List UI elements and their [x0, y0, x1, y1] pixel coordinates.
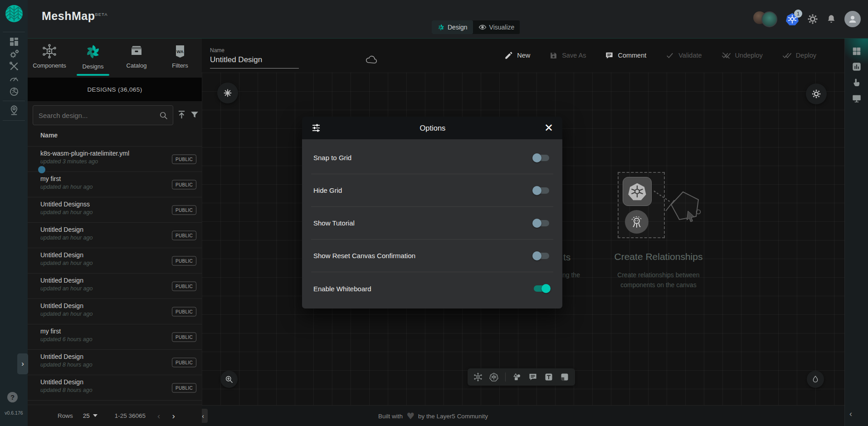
- column-header-name: Name: [40, 132, 58, 139]
- panel-tabs: Components Designs Catalog: [28, 38, 202, 78]
- visibility-badge: PUBLIC: [172, 383, 196, 392]
- search-icon: [159, 111, 173, 120]
- active-tab-underline: [77, 74, 109, 76]
- meshery-logo-icon[interactable]: [5, 5, 23, 23]
- tab-filters[interactable]: WA Filters: [158, 38, 202, 78]
- media-tool-icon[interactable]: [560, 372, 569, 382]
- user-profile-avatar[interactable]: [844, 11, 861, 27]
- notifications-bell-icon[interactable]: [826, 14, 836, 24]
- meshery-operator-tile: [625, 210, 649, 234]
- settings-gear-icon[interactable]: [807, 14, 818, 24]
- canvas-tools-toolbar: [468, 368, 575, 386]
- tab-components[interactable]: Components: [28, 38, 71, 78]
- dashboard-icon[interactable]: [9, 36, 20, 47]
- design-list-item[interactable]: Untitled Design updated an hour ago PUBL…: [28, 299, 202, 324]
- design-list-item[interactable]: Untitled Designss updated an hour ago PU…: [28, 197, 202, 223]
- option-toggle[interactable]: [534, 253, 549, 259]
- catalog-icon: [129, 44, 144, 59]
- pagination-bar: Rows 25 1-25 36065 ‹ ›: [28, 405, 202, 426]
- design-list-item[interactable]: Untitled Design updated 8 hours ago PUBL…: [28, 375, 202, 401]
- text-tool-icon[interactable]: [544, 372, 553, 382]
- header-actions: 1: [753, 0, 868, 38]
- tab-visualize[interactable]: Visualize: [473, 20, 520, 34]
- option-row: Enable Whiteboard: [311, 272, 553, 305]
- design-list-item[interactable]: Untitled Design updated an hour ago PUBL…: [28, 248, 202, 274]
- next-page-button[interactable]: ›: [172, 411, 175, 420]
- validate-button[interactable]: Validate: [665, 51, 702, 60]
- search-design-input[interactable]: [33, 112, 159, 119]
- panel-expand-handle[interactable]: ›: [17, 353, 28, 374]
- svg-text:WA: WA: [176, 49, 183, 54]
- heart-icon: ♥: [406, 411, 414, 421]
- eye-icon: [478, 23, 487, 31]
- visibility-badge: PUBLIC: [172, 357, 196, 367]
- tools-icon[interactable]: [9, 61, 20, 72]
- toolbar-divider: [505, 372, 506, 382]
- lifecycle-gears-icon[interactable]: [9, 49, 20, 59]
- add-component-icon[interactable]: [473, 372, 483, 382]
- visibility-badge: PUBLIC: [172, 256, 196, 265]
- design-name-input[interactable]: [210, 55, 299, 69]
- service-mesh-pie-icon[interactable]: [9, 86, 20, 97]
- deploy-button[interactable]: Deploy: [782, 51, 816, 60]
- performance-gauge-icon[interactable]: [9, 73, 20, 84]
- designs-count-header: DESIGNS (36,065): [28, 78, 202, 101]
- app-version: v0.6.176: [0, 410, 28, 416]
- previous-page-button[interactable]: ‹: [157, 411, 160, 420]
- dock-display-icon[interactable]: [852, 93, 862, 103]
- option-row: Show Tutorial: [311, 207, 553, 240]
- designs-panel: Components Designs Catalog: [28, 38, 202, 426]
- canvas-settings-button[interactable]: [806, 83, 827, 104]
- design-list-item[interactable]: Untitled Design updated an hour ago PUBL…: [28, 223, 202, 248]
- dock-dashboard-icon[interactable]: [852, 46, 862, 56]
- import-design-icon[interactable]: [176, 109, 187, 120]
- design-list-item[interactable]: Untitled Design updated an hour ago PUBL…: [28, 274, 202, 299]
- save-as-button[interactable]: Save As: [549, 51, 586, 60]
- design-list: k8s-wasm-plugin-ratelimiter.yml updated …: [28, 146, 202, 401]
- visibility-badge: PUBLIC: [172, 307, 196, 316]
- clipped-onboarding-text: ts: [563, 252, 571, 263]
- meshmap-pin-icon[interactable]: [9, 105, 20, 116]
- option-toggle[interactable]: [534, 187, 549, 194]
- kubernetes-context-icon[interactable]: 1: [785, 12, 799, 26]
- dock-chart-icon[interactable]: [852, 62, 862, 72]
- options-list: Snap to Grid Hide Grid Show Tutorial Sho…: [302, 139, 562, 308]
- close-icon[interactable]: ✕: [544, 122, 553, 133]
- collaborator-avatar[interactable]: [761, 11, 777, 27]
- kubernetes-tool-icon[interactable]: [489, 372, 498, 382]
- rail-divider: [3, 32, 25, 32]
- design-name-label: Name: [210, 47, 224, 54]
- visibility-badge: PUBLIC: [172, 281, 196, 291]
- dock-collapse-chevron[interactable]: ‹: [849, 409, 852, 419]
- rows-per-page-select[interactable]: 25: [83, 412, 98, 419]
- visibility-badge: PUBLIC: [172, 205, 196, 215]
- visibility-badge: PUBLIC: [172, 332, 196, 342]
- tab-designs[interactable]: Designs: [71, 38, 115, 78]
- canvas-configuration-button[interactable]: [217, 83, 238, 103]
- comment-tool-icon[interactable]: [528, 372, 537, 382]
- clipped-onboarding-text: ng the: [562, 271, 580, 279]
- option-toggle[interactable]: [534, 220, 549, 226]
- shapes-tool-icon[interactable]: [512, 372, 522, 382]
- options-modal: Options ✕ Snap to Grid Hide Grid Show Tu…: [302, 117, 562, 308]
- onboarding-relationship-graphic: [653, 185, 710, 228]
- help-icon[interactable]: ?: [7, 392, 18, 402]
- tab-catalog[interactable]: Catalog: [115, 38, 158, 78]
- design-actions-toolbar: New Save As Comment Validate Undeploy De…: [504, 51, 816, 60]
- zoom-in-button[interactable]: [220, 371, 238, 388]
- tab-design[interactable]: Design: [432, 20, 473, 34]
- wasm-filters-icon: WA: [172, 44, 188, 59]
- option-toggle[interactable]: [534, 155, 549, 161]
- design-list-item[interactable]: my first updated 6 hours ago PUBLIC: [28, 324, 202, 350]
- option-toggle[interactable]: [534, 285, 549, 292]
- design-list-item[interactable]: my first updated an hour ago PUBLIC: [28, 172, 202, 197]
- filter-funnel-icon[interactable]: [190, 110, 200, 120]
- dock-interact-hand-icon[interactable]: [852, 78, 862, 88]
- new-design-button[interactable]: New: [504, 51, 530, 60]
- design-list-item[interactable]: Untitled Design updated 8 hours ago PUBL…: [28, 350, 202, 375]
- comment-button[interactable]: Comment: [605, 51, 646, 60]
- cloud-sync-icon[interactable]: [365, 55, 378, 65]
- whiteboard-pen-button[interactable]: [807, 371, 824, 388]
- undeploy-button[interactable]: Undeploy: [721, 51, 763, 60]
- design-list-item[interactable]: k8s-wasm-plugin-ratelimiter.yml updated …: [28, 147, 202, 172]
